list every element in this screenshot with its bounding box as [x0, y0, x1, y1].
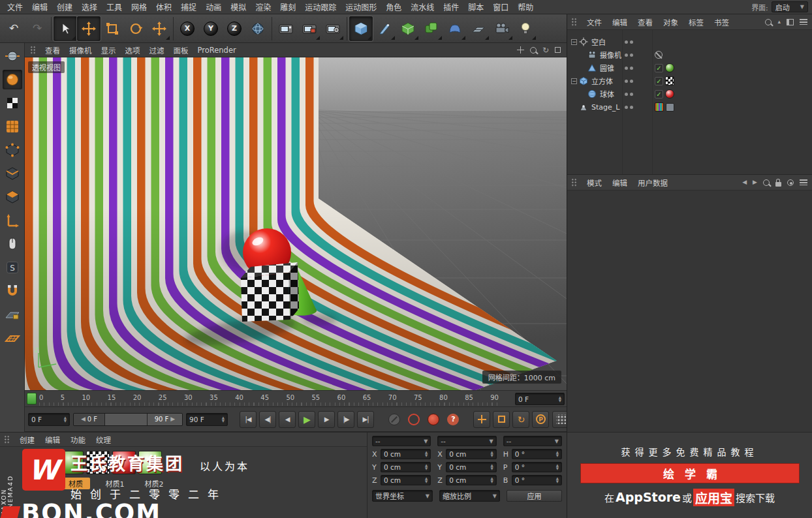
- menu-item-14[interactable]: 角色: [381, 0, 406, 14]
- next-key-button[interactable]: |▶: [337, 411, 354, 428]
- coordinate-system-toggle[interactable]: [246, 16, 270, 41]
- phong-tag-icon[interactable]: ✓: [655, 77, 663, 85]
- range-start-handle[interactable]: ◀0 F: [74, 414, 105, 425]
- menu-item-13[interactable]: 运动图形: [341, 0, 381, 14]
- add-deformer[interactable]: [443, 16, 467, 41]
- axis-mode-button[interactable]: [3, 211, 22, 230]
- lock-scale-button[interactable]: [498, 416, 505, 423]
- maximize-icon[interactable]: [555, 47, 561, 53]
- menu-item-18[interactable]: 窗口: [488, 0, 513, 14]
- add-light[interactable]: [514, 16, 537, 41]
- material-thumb-0[interactable]: [34, 451, 57, 474]
- object-menu-2[interactable]: 查看: [633, 16, 657, 29]
- size-z-field[interactable]: 0 cm▲▼: [446, 475, 496, 485]
- lock-y-axis[interactable]: Y: [199, 16, 223, 41]
- autokey-button[interactable]: [428, 414, 439, 425]
- expander-icon[interactable]: −: [571, 78, 577, 84]
- menu-item-11[interactable]: 雕刻: [275, 0, 300, 14]
- redo-button[interactable]: ↷: [25, 16, 49, 41]
- layout-icon[interactable]: [787, 19, 794, 25]
- viewport-menu-6[interactable]: ProRender: [194, 44, 240, 56]
- apply-button[interactable]: 应用: [507, 490, 562, 502]
- object-row-camera[interactable]: 摄像机: [567, 48, 812, 61]
- uv-mode-button[interactable]: [3, 117, 22, 136]
- size-header[interactable]: --▼: [437, 436, 496, 446]
- viewport-menu-1[interactable]: 摄像机: [65, 44, 96, 57]
- search-icon[interactable]: [763, 179, 770, 186]
- material-menu-3[interactable]: 纹理: [91, 433, 116, 446]
- object-row-cone[interactable]: 圆锥✓: [567, 61, 812, 74]
- render-picture-viewer-button[interactable]: [298, 16, 321, 41]
- rotation-p-field[interactable]: 0 °▲▼: [512, 462, 562, 472]
- rotation-header[interactable]: --▼: [503, 436, 562, 446]
- scale-tool[interactable]: [101, 16, 124, 41]
- add-camera[interactable]: [490, 16, 514, 41]
- object-menu-4[interactable]: 标签: [684, 16, 708, 29]
- object-row-null[interactable]: −空白: [567, 35, 812, 48]
- material-thumb-4[interactable]: [138, 451, 162, 474]
- attribute-menu-0[interactable]: 模式: [582, 176, 606, 189]
- lock-z-axis[interactable]: Z: [223, 16, 246, 41]
- add-primitive-cube[interactable]: [349, 16, 373, 41]
- panel-grip-icon[interactable]: [571, 18, 577, 26]
- mat-green-tag-icon[interactable]: [665, 63, 674, 72]
- material-thumb-2[interactable]: [86, 451, 110, 474]
- search-icon[interactable]: [765, 19, 772, 25]
- goto-start-button[interactable]: |◀: [240, 411, 257, 428]
- mute-button[interactable]: [388, 414, 400, 425]
- live-selection-tool[interactable]: [54, 16, 77, 41]
- viewport-canvas[interactable]: 透视视图 网格间距：1000 cm Z: [25, 57, 567, 390]
- mat-red-tag-icon[interactable]: [665, 89, 674, 99]
- position-y-field[interactable]: 0 cm▲▼: [381, 462, 431, 472]
- attribute-manager[interactable]: [567, 190, 812, 432]
- viewport-menu-5[interactable]: 面板: [170, 44, 193, 57]
- prev-frame-button[interactable]: ◀: [279, 411, 296, 428]
- lock-position-button[interactable]: [478, 415, 486, 423]
- panel-grip-icon[interactable]: [4, 435, 10, 444]
- viewport-menu-0[interactable]: 查看: [41, 44, 64, 57]
- lock-workplane-button[interactable]: [3, 305, 22, 324]
- visibility-dots[interactable]: [625, 40, 633, 44]
- menu-item-2[interactable]: 创建: [52, 0, 77, 14]
- add-subdivision-surface[interactable]: [396, 16, 420, 41]
- texture-mode-button[interactable]: [3, 93, 22, 113]
- position-z-field[interactable]: 0 cm▲▼: [381, 475, 431, 485]
- history-forward-icon[interactable]: ▶: [753, 179, 757, 185]
- object-menu-0[interactable]: 文件: [582, 16, 606, 29]
- position-header[interactable]: --▼: [372, 436, 431, 446]
- position-x-field[interactable]: 0 cm▲▼: [381, 449, 431, 459]
- material-name[interactable]: 材质1: [101, 478, 129, 489]
- add-spline-pen[interactable]: [373, 16, 396, 41]
- polygon-mode-button[interactable]: [3, 187, 22, 207]
- menu-item-0[interactable]: 文件: [3, 0, 27, 14]
- rotation-b-field[interactable]: 0 °▲▼: [512, 475, 562, 485]
- menu-item-4[interactable]: 工具: [102, 0, 127, 14]
- rotate-icon[interactable]: ↻: [542, 46, 549, 54]
- object-row-sphere[interactable]: 球体✓: [567, 87, 812, 100]
- viewport-nav-button[interactable]: [3, 234, 22, 254]
- disabled-tag-icon[interactable]: [655, 51, 663, 59]
- object-row-stage[interactable]: Stage_L: [567, 100, 812, 114]
- panel-grip-icon[interactable]: [571, 178, 577, 187]
- menu-item-16[interactable]: 插件: [439, 0, 463, 14]
- object-manager[interactable]: −空白摄像机圆锥✓−立方体✓球体✓Stage_L: [567, 30, 812, 175]
- range-track[interactable]: [105, 414, 147, 425]
- lock-x-axis[interactable]: X: [176, 16, 199, 41]
- prev-key-button[interactable]: ◀|: [259, 411, 276, 428]
- scale-mode-dropdown[interactable]: 缩放比例 ▼: [439, 490, 500, 502]
- visibility-dots[interactable]: [625, 80, 633, 83]
- viewport-scene[interactable]: [25, 57, 567, 390]
- expander-icon[interactable]: −: [571, 39, 577, 45]
- attribute-menu-1[interactable]: 编辑: [608, 176, 632, 189]
- timeline-ruler[interactable]: 051015202530354045505560657075808590 0 F…: [25, 390, 567, 407]
- material-menu-2[interactable]: 功能: [66, 433, 90, 446]
- object-row-cube[interactable]: −立方体✓: [567, 74, 812, 87]
- coord-system-dropdown[interactable]: 世界坐标 ▼: [372, 490, 433, 502]
- menu-item-3[interactable]: 选择: [77, 0, 102, 14]
- frame-start-field[interactable]: 0 F ▲▼: [28, 413, 70, 426]
- phong-tag-icon[interactable]: ✓: [655, 90, 663, 99]
- menu-item-10[interactable]: 渲染: [251, 0, 275, 14]
- render-view-button[interactable]: [274, 16, 298, 41]
- model-mode-button[interactable]: [3, 70, 22, 89]
- render-settings-button[interactable]: [321, 16, 345, 41]
